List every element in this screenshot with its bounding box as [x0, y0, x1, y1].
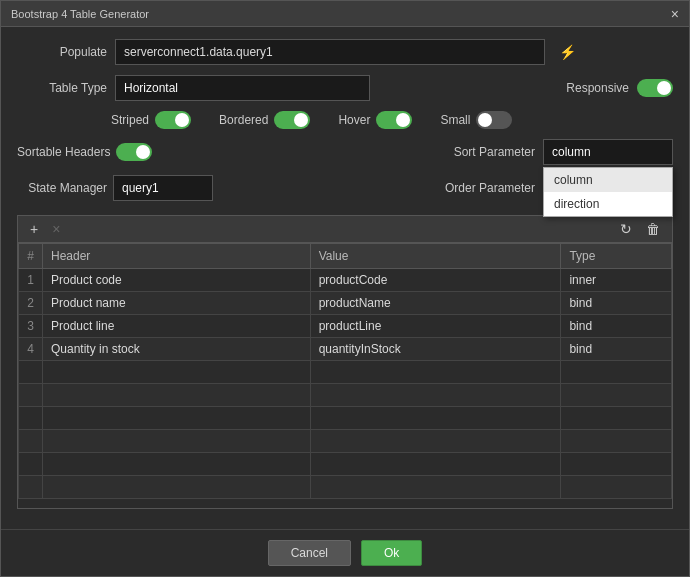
hover-label: Hover — [338, 113, 370, 127]
striped-label: Striped — [111, 113, 149, 127]
main-content: Populate ⚡ Table Type Responsive Striped — [1, 27, 689, 521]
responsive-label: Responsive — [566, 81, 629, 95]
window-title: Bootstrap 4 Table Generator — [11, 8, 149, 20]
options-row: Striped Bordered Hover Small — [17, 111, 673, 129]
cell-num: 3 — [19, 315, 43, 338]
cell-value: productLine — [310, 315, 561, 338]
ok-button[interactable]: Ok — [361, 540, 422, 566]
cell-num: 1 — [19, 269, 43, 292]
small-slider — [476, 111, 512, 129]
footer: Cancel Ok — [1, 529, 689, 576]
cell-num: 4 — [19, 338, 43, 361]
delete-button[interactable]: 🗑 — [642, 220, 664, 238]
sortable-headers-slider — [116, 143, 152, 161]
sortable-headers-label: Sortable Headers — [17, 145, 110, 159]
striped-slider — [155, 111, 191, 129]
cell-type: bind — [561, 292, 672, 315]
sortable-headers-toggle[interactable] — [116, 143, 152, 161]
table-row-empty — [19, 384, 672, 407]
table-header-row: # Header Value Type — [19, 244, 672, 269]
title-bar: Bootstrap 4 Table Generator × — [1, 1, 689, 27]
small-label: Small — [440, 113, 470, 127]
col-header-type: Type — [561, 244, 672, 269]
striped-group: Striped — [111, 111, 191, 129]
table-type-label: Table Type — [17, 81, 107, 95]
striped-toggle[interactable] — [155, 111, 191, 129]
table-toolbar: + × ↻ 🗑 — [17, 215, 673, 242]
cell-header: Quantity in stock — [43, 338, 311, 361]
small-group: Small — [440, 111, 512, 129]
cell-header: Product code — [43, 269, 311, 292]
table-container: # Header Value Type 1 Product code produ… — [17, 242, 673, 509]
cell-value: quantityInStock — [310, 338, 561, 361]
populate-input[interactable] — [115, 39, 545, 65]
table-type-row: Table Type Responsive — [17, 75, 673, 101]
table-row-empty — [19, 476, 672, 499]
hover-toggle[interactable] — [376, 111, 412, 129]
responsive-toggle[interactable] — [637, 79, 673, 97]
sort-param-group: Sort Parameter column direction — [454, 139, 673, 165]
col-header-value: Value — [310, 244, 561, 269]
flash-icon[interactable]: ⚡ — [559, 44, 576, 60]
main-window: Bootstrap 4 Table Generator × Populate ⚡… — [0, 0, 690, 577]
cell-type: bind — [561, 315, 672, 338]
small-toggle[interactable] — [476, 111, 512, 129]
sortable-headers-group: Sortable Headers — [17, 143, 152, 161]
sort-param-dropdown: column direction — [543, 167, 673, 217]
cell-header: Product line — [43, 315, 311, 338]
hover-slider — [376, 111, 412, 129]
sort-row: Sortable Headers Sort Parameter column d… — [17, 139, 673, 165]
order-param-label: Order Parameter — [445, 181, 535, 195]
toolbar-right: ↻ 🗑 — [616, 220, 664, 238]
cancel-button[interactable]: Cancel — [268, 540, 351, 566]
table-row[interactable]: 2 Product name productName bind — [19, 292, 672, 315]
sort-param-wrapper: column direction — [543, 139, 673, 165]
table-row-empty — [19, 361, 672, 384]
table-type-input[interactable] — [115, 75, 370, 101]
table-row[interactable]: 3 Product line productLine bind — [19, 315, 672, 338]
bordered-group: Bordered — [219, 111, 310, 129]
refresh-button[interactable]: ↻ — [616, 220, 636, 238]
data-table: # Header Value Type 1 Product code produ… — [18, 243, 672, 499]
state-manager-label: State Manager — [17, 181, 107, 195]
sort-param-input[interactable] — [543, 139, 673, 165]
cell-value: productCode — [310, 269, 561, 292]
cell-header: Product name — [43, 292, 311, 315]
table-row-empty — [19, 453, 672, 476]
bordered-label: Bordered — [219, 113, 268, 127]
table-row[interactable]: 1 Product code productCode inner — [19, 269, 672, 292]
state-manager-group: State Manager — [17, 175, 213, 201]
cell-type: inner — [561, 269, 672, 292]
state-manager-input[interactable] — [113, 175, 213, 201]
cell-type: bind — [561, 338, 672, 361]
cell-num: 2 — [19, 292, 43, 315]
populate-row: Populate ⚡ — [17, 39, 673, 65]
add-row-button[interactable]: + — [26, 220, 42, 238]
dropdown-item-direction[interactable]: direction — [544, 192, 672, 216]
table-row-empty — [19, 407, 672, 430]
col-header-num: # — [19, 244, 43, 269]
col-header-header: Header — [43, 244, 311, 269]
remove-row-button[interactable]: × — [48, 220, 64, 238]
bordered-slider — [274, 111, 310, 129]
responsive-slider — [637, 79, 673, 97]
close-button[interactable]: × — [671, 7, 679, 21]
populate-label: Populate — [17, 45, 107, 59]
bordered-toggle[interactable] — [274, 111, 310, 129]
table-row-empty — [19, 430, 672, 453]
cell-value: productName — [310, 292, 561, 315]
dropdown-item-column[interactable]: column — [544, 168, 672, 192]
table-row[interactable]: 4 Quantity in stock quantityInStock bind — [19, 338, 672, 361]
hover-group: Hover — [338, 111, 412, 129]
sort-param-label: Sort Parameter — [454, 145, 535, 159]
